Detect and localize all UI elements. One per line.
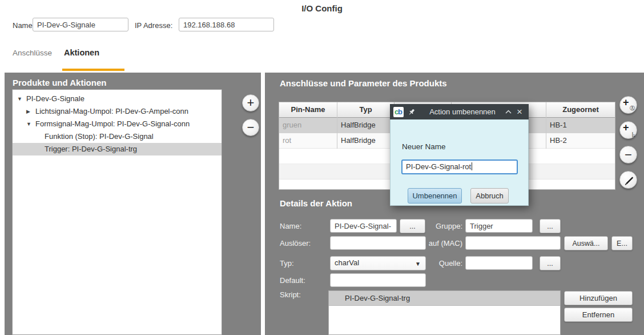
rename-action-dialog: cb Action umbenennen × Neuer Name PI-Dev…	[390, 104, 529, 206]
dialog-collapse-button[interactable]	[502, 106, 514, 118]
skript-list: PI-Dev-G-Signal-trg	[328, 290, 561, 335]
add-one-pin-button[interactable]: +|₁	[619, 121, 637, 139]
products-actions-tree: PI-Dev-G-Signale Lichtsignal-Mag-Umpol: …	[12, 89, 222, 335]
device-name-input[interactable]	[33, 18, 128, 31]
pin-icon	[408, 108, 416, 116]
add-product-button[interactable]: +	[242, 94, 259, 111]
app-logo-icon: cb	[393, 107, 404, 117]
remove-pin-button[interactable]: −	[619, 146, 637, 163]
col-typ: Typ	[337, 102, 395, 118]
neuer-name-label: Neuer Name	[402, 142, 446, 151]
col-pin-name: Pin-Name	[279, 102, 337, 118]
device-name-label: Name:	[13, 21, 34, 30]
umbenennen-button[interactable]: Umbenennen	[408, 188, 462, 204]
text-caret	[472, 162, 472, 170]
typ-label: Typ:	[280, 259, 294, 268]
gruppe-label: Gruppe:	[396, 222, 462, 230]
gruppe-more-button[interactable]: ...	[540, 219, 561, 233]
auf-mac-label: auf (MAC)	[396, 239, 462, 248]
auswaehlen-button[interactable]: Auswä...	[564, 236, 608, 250]
edit-pin-button[interactable]	[619, 171, 637, 189]
right-panel-title: Anschlüsse und Parameter des Produkts	[280, 78, 447, 88]
plus-icon: +	[247, 97, 255, 109]
hinzufuegen-button[interactable]: Hinzufügen	[564, 291, 633, 305]
expand-arrow-icon[interactable]	[26, 118, 31, 130]
minus-icon: −	[247, 121, 255, 134]
ip-address-label: IP Adresse:	[135, 21, 172, 30]
detail-name-input[interactable]	[330, 219, 397, 233]
remove-product-button[interactable]: −	[242, 119, 259, 136]
dialog-title: Action umbenennen	[422, 107, 502, 116]
tree-item-trigger-selected[interactable]: Trigger: PI-Dev-G-Signal-trg	[13, 143, 222, 155]
plus-a-icon: +Ⓐ	[620, 97, 637, 113]
tab-aktionen[interactable]: Aktionen	[64, 48, 99, 57]
details-title: Details der Aktion	[280, 198, 352, 208]
default-label: Default:	[280, 276, 305, 285]
detail-name-label: Name:	[280, 222, 301, 230]
quelle-input[interactable]	[465, 256, 533, 270]
dialog-close-button[interactable]: ×	[514, 106, 525, 118]
collapse-arrow-icon[interactable]	[26, 105, 30, 118]
gruppe-input[interactable]	[465, 219, 533, 233]
plus-one-icon: +|₁	[620, 122, 637, 138]
quelle-more-button[interactable]: ...	[540, 256, 561, 270]
auf-mac-input[interactable]	[465, 236, 561, 250]
minus-icon: −	[625, 149, 632, 161]
skript-label: Skript:	[280, 290, 301, 299]
typ-dropdown-value: charVal	[335, 258, 359, 267]
left-panel-title: Produkte und Aktionen	[13, 78, 106, 87]
expand-arrow-icon[interactable]	[17, 93, 22, 105]
ip-address-input[interactable]	[179, 18, 274, 31]
dialog-body: Neuer Name PI-Dev-G-Signal-rot Umbenenne…	[390, 119, 529, 206]
close-icon: ×	[517, 106, 522, 118]
e-button[interactable]: E...	[611, 236, 633, 250]
tree-item-product[interactable]: PI-Dev-G-Signale	[13, 93, 222, 105]
col-zugeornet: Zugeornet	[546, 102, 615, 118]
add-all-pins-button[interactable]: +Ⓐ	[619, 96, 637, 114]
default-input[interactable]	[330, 273, 426, 287]
dialog-titlebar[interactable]: cb Action umbenennen ×	[390, 104, 529, 119]
chevron-up-icon	[505, 110, 512, 114]
tree-item-formsignal[interactable]: Formsignal-Mag-Umpol: PI-Dev-G-Signal-co…	[13, 118, 222, 130]
products-actions-panel: Produkte und Aktionen PI-Dev-G-Signale L…	[5, 73, 261, 335]
active-tab-underline	[62, 69, 124, 71]
neuer-name-input[interactable]: PI-Dev-G-Signal-rot	[401, 159, 518, 174]
tab-anschluesse[interactable]: Anschlüsse	[13, 49, 52, 57]
entfernen-button[interactable]: Entfernen	[564, 308, 633, 322]
pencil-icon	[623, 174, 634, 186]
quelle-label: Quelle:	[396, 259, 462, 268]
ausloeser-label: Auslöser:	[280, 239, 311, 248]
tree-item-funktion-stop[interactable]: Funktion (Stop): PI-Dev-G-Signal	[13, 130, 222, 143]
page-title: I/O Config	[0, 3, 644, 13]
skript-list-item[interactable]: PI-Dev-G-Signal-trg	[329, 291, 560, 306]
tree-item-lichtsignal[interactable]: Lichtsignal-Mag-Umpol: PI-Dev-G-Ampel-co…	[13, 105, 222, 118]
abbruch-button[interactable]: Abbruch	[470, 188, 509, 204]
